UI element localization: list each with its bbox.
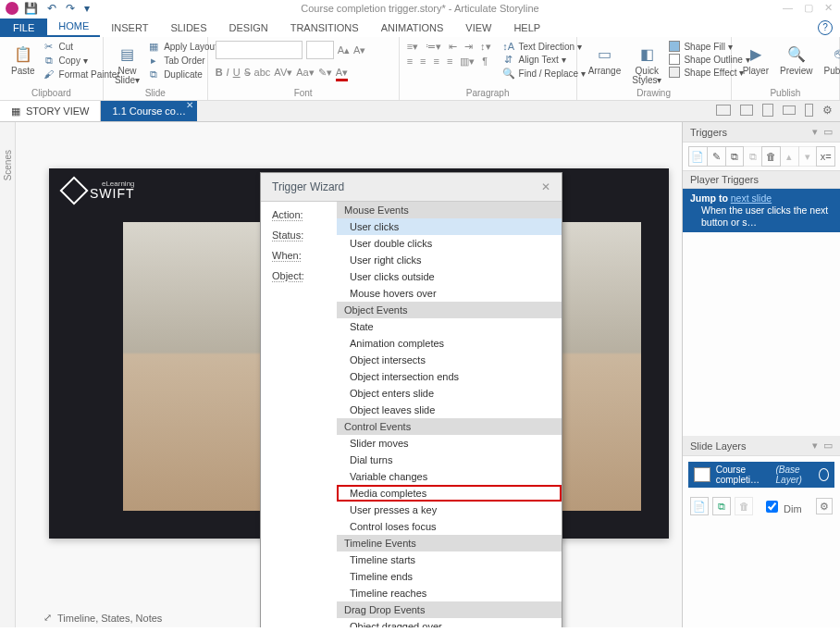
add-trigger-button[interactable]: 📄 xyxy=(688,146,708,167)
tab-home[interactable]: HOME xyxy=(47,17,100,37)
font-shrink-icon[interactable]: A▾ xyxy=(353,44,365,56)
trigger-option[interactable]: Dial turns xyxy=(337,452,562,468)
trigger-option[interactable]: Object leaves slide xyxy=(337,402,562,418)
italic-button[interactable]: I xyxy=(227,67,229,81)
tab-transitions[interactable]: TRANSITIONS xyxy=(279,19,370,37)
trigger-option[interactable]: Variable changes xyxy=(337,468,562,485)
tab-slides[interactable]: SLIDES xyxy=(159,19,217,37)
text-direction-button[interactable]: ↕AText Direction ▾ xyxy=(502,41,586,52)
align-justify-button[interactable]: ≡ xyxy=(447,56,452,68)
scenes-panel-toggle[interactable]: Scenes xyxy=(0,122,16,627)
align-right-button[interactable]: ≡ xyxy=(433,56,439,68)
rtl-button[interactable]: ¶ xyxy=(482,56,488,68)
paste-button[interactable]: 📋Paste xyxy=(7,41,39,78)
slide-tab[interactable]: 1.1 Course co…✕ xyxy=(101,101,196,121)
tab-insert[interactable]: INSERT xyxy=(100,19,159,37)
layer-settings-button[interactable]: ⚙ xyxy=(816,498,833,514)
view-mode-landscape-icon[interactable] xyxy=(740,105,753,116)
move-down-button[interactable]: ▾ xyxy=(798,146,818,167)
trigger-option[interactable]: Slider moves xyxy=(337,435,562,452)
tab-help[interactable]: HELP xyxy=(502,19,551,37)
trigger-option[interactable]: User clicks outside xyxy=(337,268,562,285)
align-center-button[interactable]: ≡ xyxy=(420,56,426,68)
undock-layers-icon[interactable]: ▭ xyxy=(823,440,833,452)
tab-file[interactable]: FILE xyxy=(0,19,47,37)
bullets-button[interactable]: ≡▾ xyxy=(407,41,418,53)
font-size-select[interactable] xyxy=(306,41,334,59)
trigger-option[interactable]: Object dragged over xyxy=(337,618,562,627)
line-spacing-button[interactable]: ↕▾ xyxy=(480,41,491,53)
tab-view[interactable]: VIEW xyxy=(454,19,502,37)
delete-layer-button[interactable]: 🗑 xyxy=(735,497,753,515)
trigger-option[interactable]: User right clicks xyxy=(337,252,562,268)
trigger-option[interactable]: User clicks xyxy=(337,218,562,235)
arrange-button[interactable]: ▭Arrange xyxy=(585,41,625,78)
find-replace-button[interactable]: 🔍Find / Replace ▾ xyxy=(502,68,586,80)
new-slide-button[interactable]: ▤New Slide▾ xyxy=(111,41,143,87)
preview-button[interactable]: 🔍Preview xyxy=(776,41,817,78)
align-text-button[interactable]: ⇵Align Text ▾ xyxy=(502,54,586,66)
undock-icon[interactable]: ▭ xyxy=(823,126,833,138)
variables-button[interactable]: x= xyxy=(816,146,835,167)
trigger-option[interactable]: Mouse hovers over xyxy=(337,285,562,302)
font-grow-icon[interactable]: A▴ xyxy=(338,44,350,56)
base-layer-row[interactable]: Course completi… (Base Layer) xyxy=(688,462,834,488)
trigger-option[interactable]: User double clicks xyxy=(337,235,562,252)
char-spacing-button[interactable]: AV▾ xyxy=(274,67,292,81)
trigger-option[interactable]: Object intersection ends xyxy=(337,368,562,385)
window-minimize-button[interactable]: — xyxy=(783,2,793,14)
numbering-button[interactable]: ≔▾ xyxy=(426,41,441,53)
align-left-button[interactable]: ≡ xyxy=(407,56,413,68)
case-button[interactable]: Aa▾ xyxy=(296,67,314,81)
shadow-button[interactable]: abc xyxy=(254,67,271,81)
settings-gear-icon[interactable]: ⚙ xyxy=(822,104,833,117)
dialog-close-icon[interactable]: ✕ xyxy=(541,180,550,193)
new-layer-button[interactable]: 📄 xyxy=(690,497,709,515)
trigger-item[interactable]: Jump to next slide When the user clicks … xyxy=(683,189,840,232)
window-close-button[interactable]: ✕ xyxy=(824,2,833,14)
player-button[interactable]: ▶Player xyxy=(739,41,772,78)
font-color-button[interactable]: A▾ xyxy=(336,67,348,81)
window-maximize-button[interactable]: ▢ xyxy=(804,2,813,14)
paste-trigger-button[interactable]: ⧉ xyxy=(743,146,762,167)
columns-button[interactable]: ▥▾ xyxy=(460,56,475,68)
help-icon[interactable]: ? xyxy=(818,20,833,35)
view-mode-phone-l-icon[interactable] xyxy=(783,105,796,115)
trigger-option[interactable]: State xyxy=(337,318,562,335)
indent-inc-button[interactable]: ⇥ xyxy=(464,41,473,53)
view-mode-desktop-icon[interactable] xyxy=(716,105,731,116)
tab-design[interactable]: DESIGN xyxy=(218,19,279,37)
quick-styles-button[interactable]: ◧Quick Styles▾ xyxy=(628,41,665,87)
view-mode-tablet-icon[interactable] xyxy=(762,104,773,117)
trigger-option[interactable]: Control loses focus xyxy=(337,518,562,535)
next-slide-link[interactable]: next slide xyxy=(731,192,772,204)
indent-dec-button[interactable]: ⇤ xyxy=(449,41,457,53)
visibility-icon[interactable] xyxy=(819,468,829,481)
move-up-button[interactable]: ▴ xyxy=(780,146,799,167)
timeline-states-notes-toggle[interactable]: ⤢ Timeline, States, Notes xyxy=(43,612,162,624)
trigger-option[interactable]: Object enters slide xyxy=(337,385,562,402)
font-family-select[interactable] xyxy=(216,41,303,59)
collapse-icon[interactable]: ▾ xyxy=(812,126,818,138)
trigger-option[interactable]: Timeline ends xyxy=(337,568,562,585)
publish-button[interactable]: ⎋Publish xyxy=(821,41,840,78)
tab-animations[interactable]: ANIMATIONS xyxy=(370,19,455,37)
highlight-button[interactable]: ✎▾ xyxy=(318,67,332,81)
copy-trigger-button[interactable]: ⧉ xyxy=(725,146,745,167)
strike-button[interactable]: S̶ xyxy=(244,67,251,81)
trigger-option[interactable]: Timeline reaches xyxy=(337,585,562,601)
story-view-tab[interactable]: ▦STORY VIEW xyxy=(0,101,101,121)
edit-trigger-button[interactable]: ✎ xyxy=(707,146,726,167)
trigger-option[interactable]: Object intersects xyxy=(337,352,562,368)
dim-checkbox[interactable]: Dim xyxy=(762,498,802,515)
trigger-option[interactable]: User presses a key xyxy=(337,502,562,518)
trigger-option[interactable]: Animation completes xyxy=(337,335,562,352)
duplicate-layer-button[interactable]: ⧉ xyxy=(712,497,731,515)
view-mode-phone-p-icon[interactable] xyxy=(805,104,813,117)
collapse-layers-icon[interactable]: ▾ xyxy=(812,440,818,452)
delete-trigger-button[interactable]: 🗑 xyxy=(761,146,781,167)
bold-button[interactable]: B xyxy=(216,67,223,81)
trigger-option[interactable]: Timeline starts xyxy=(337,551,562,568)
trigger-option[interactable]: Media completes xyxy=(337,485,562,502)
close-tab-icon[interactable]: ✕ xyxy=(186,100,193,110)
